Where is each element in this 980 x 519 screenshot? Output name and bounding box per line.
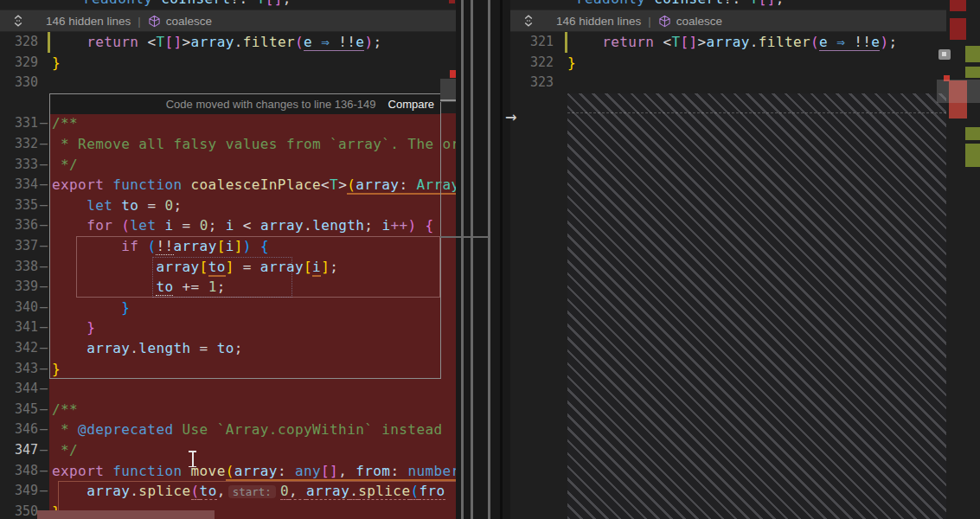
code-token: } — [52, 54, 61, 71]
code-line[interactable]: 346– * @deprecated Use `Array.copyWithin… — [0, 420, 456, 440]
line-number: 328 — [0, 32, 38, 53]
code-line[interactable]: 345–/** — [0, 400, 456, 420]
line-number: 344 — [0, 379, 38, 400]
line-number: 334 — [0, 175, 38, 195]
clipped-token: T — [750, 0, 759, 7]
unfold-icon[interactable] — [11, 14, 25, 28]
deleted-line-background — [49, 379, 456, 400]
code-line[interactable]: 347– */ — [0, 440, 456, 461]
moved-change-subbox — [152, 257, 292, 298]
code-token: e — [355, 34, 364, 51]
line-number: 331 — [0, 113, 38, 134]
deleted-line-background — [49, 400, 456, 420]
hidden-lines-bar[interactable]: 146 hidden lines | coalesce — [510, 10, 949, 32]
code-token — [828, 34, 836, 51]
code-line[interactable]: 348–export function move(array: any[], f… — [0, 461, 456, 482]
code-line[interactable]: 328 return <T[]>array.filter(e ⇒ !!e); — [0, 32, 456, 53]
moved-code-connector-line — [471, 0, 473, 519]
code-token: ⇒ — [321, 34, 330, 51]
code-token: e — [819, 34, 828, 51]
code-line[interactable]: 344– — [0, 379, 456, 400]
code-token: return — [86, 34, 147, 50]
code-text: */ — [52, 440, 78, 461]
code-token: ) — [880, 34, 888, 50]
line-number: 335 — [0, 195, 38, 216]
code-token — [845, 34, 854, 51]
mouse-ibeam-cursor — [189, 451, 196, 467]
line-number: 343 — [0, 359, 38, 380]
viewport-indicator[interactable] — [937, 80, 980, 103]
line-number: 323 — [510, 73, 554, 93]
code-token: @deprecated — [78, 421, 173, 438]
code-line[interactable]: 323 — [510, 73, 980, 93]
code-token: ( — [295, 34, 304, 50]
code-token: * — [52, 421, 78, 438]
code-text: * @deprecated Use `Array.copyWithin` ins… — [52, 420, 443, 440]
code-token: !! — [338, 34, 355, 51]
code-token: > — [183, 34, 191, 50]
moved-code-connector-line — [461, 0, 464, 519]
code-token: ; — [888, 34, 897, 50]
deleted-line-dash: – — [40, 175, 48, 195]
overview-green-block — [965, 127, 980, 140]
clipped-token: ?: — [724, 0, 750, 7]
deleted-line-dash: – — [40, 317, 48, 338]
code-token: [] — [680, 34, 697, 50]
compare-link[interactable]: Compare — [388, 98, 434, 111]
separator: | — [648, 15, 650, 28]
line-number: 349 — [0, 481, 38, 502]
code-token: from — [355, 463, 390, 481]
code-token: ⇒ — [836, 34, 845, 51]
code-token: < — [147, 34, 156, 50]
symbol-name: coalesce — [166, 15, 212, 28]
deleted-line-dash: – — [40, 195, 48, 216]
unfold-icon[interactable] — [522, 14, 535, 28]
clipped-token: coInsert — [161, 0, 230, 7]
deleted-line-dash: – — [40, 338, 48, 359]
code-token: T — [671, 34, 680, 50]
code-line[interactable]: 322} — [510, 53, 980, 74]
code-token: Use `Array.copyWithin` instead — [173, 421, 442, 438]
clipped-token: coInsert — [654, 0, 723, 7]
code-line[interactable]: 321 return <T[]>array.filter(e ⇒ !!e); — [510, 32, 980, 53]
overview-ruler[interactable] — [946, 0, 980, 519]
deleted-line-dash: – — [40, 215, 48, 236]
modified-gutter-marker — [48, 32, 50, 53]
symbol-cube-icon — [658, 15, 671, 28]
hidden-lines-bar[interactable]: 146 hidden lines | coalesce — [0, 10, 456, 32]
code-token: ; — [373, 34, 381, 50]
diff-editor-modified[interactable]: readonly coInsert?: T[]; 146 hidden line… — [510, 0, 980, 519]
code-line[interactable]: 330 — [0, 73, 456, 93]
code-text: return <T[]>array.filter(e ⇒ !!e); — [52, 32, 381, 53]
overview-green-block — [965, 67, 980, 78]
code-token: filter — [243, 34, 295, 50]
overview-green-block — [965, 144, 980, 167]
code-token: array — [191, 34, 234, 50]
deleted-line-dash: – — [40, 134, 48, 155]
code-line[interactable]: 329} — [0, 53, 456, 74]
line-number: 338 — [0, 257, 38, 278]
editor-boundary — [500, 0, 503, 519]
code-token: . — [750, 34, 759, 50]
ruler-handle-icon[interactable] — [938, 49, 951, 60]
code-text: } — [52, 53, 61, 74]
code-moved-label: Code moved with changes to line 136-149 — [166, 98, 376, 111]
clipped-code-line: readonly coInsert?: T[]; — [576, 0, 939, 10]
symbol-name: coalesce — [676, 15, 722, 28]
line-number: 347 — [0, 440, 38, 461]
deleted-line-dash: – — [40, 461, 48, 482]
clipped-token: ; — [283, 0, 291, 7]
clipped-token: T — [257, 0, 266, 7]
overview-red-block — [950, 18, 966, 40]
code-token: < — [663, 34, 671, 50]
scrollbar-slider[interactable] — [440, 79, 456, 102]
diff-editor-original[interactable]: readonly coInsert?: T[]; 146 hidden line… — [0, 0, 456, 519]
deleted-line-dash: – — [40, 155, 48, 176]
code-token: T — [156, 34, 164, 50]
code-token: return — [602, 34, 663, 50]
hidden-lines-label: 146 hidden lines — [556, 15, 641, 28]
clipped-token: ?: — [231, 0, 257, 7]
overview-red-block — [950, 0, 966, 11]
code-token: , — [338, 463, 355, 481]
code-token: . — [234, 34, 243, 50]
